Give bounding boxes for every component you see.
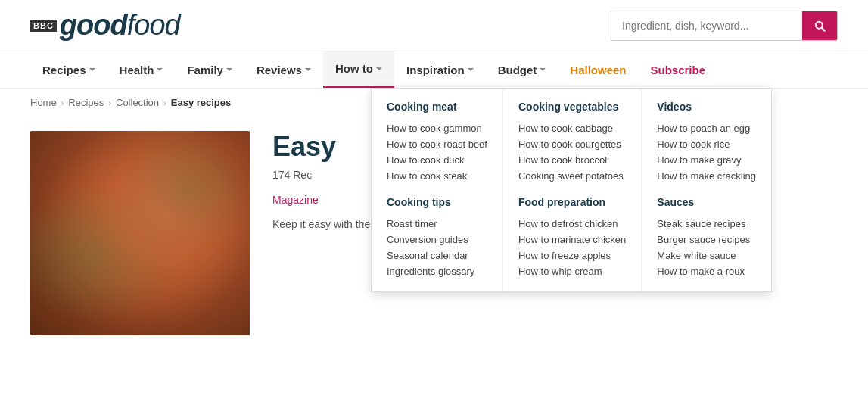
breadcrumb-separator: › (108, 98, 111, 107)
dropdown-link[interactable]: How to cook courgettes (518, 136, 626, 152)
dropdown-col-1: Cooking meat How to cook gammon How to c… (372, 89, 503, 291)
dropdown-link[interactable]: How to freeze apples (518, 248, 626, 263)
nav-item-family[interactable]: Family (175, 53, 244, 87)
breadcrumb-current: Easy recipes (171, 97, 232, 108)
nav-item-recipes[interactable]: Recipes (30, 53, 107, 87)
bbc-logo: BBC (30, 20, 57, 32)
dropdown-link[interactable]: Seasonal calendar (387, 248, 487, 263)
dropdown-link[interactable]: How to marinate chicken (518, 232, 626, 248)
howto-dropdown-menu: Cooking meat How to cook gammon How to c… (371, 88, 772, 292)
dropdown-section-videos: Videos (657, 101, 756, 113)
dropdown-link[interactable]: Burger sauce recipes (657, 232, 756, 248)
nav-item-subscribe[interactable]: Subscribe (639, 53, 718, 87)
dropdown-link[interactable]: How to cook steak (387, 168, 487, 184)
chevron-down-icon (540, 68, 546, 74)
dropdown-link[interactable]: How to make a roux (657, 263, 756, 279)
main-nav: Recipes Health Family Reviews How to Ins… (0, 51, 868, 89)
breadcrumb-separator: › (163, 98, 166, 107)
dropdown-link[interactable]: How to cook roast beef (387, 136, 487, 152)
chevron-down-icon (376, 67, 382, 73)
nav-item-reviews[interactable]: Reviews (244, 53, 323, 87)
dropdown-col-2: Cooking vegetables How to cook cabbage H… (503, 89, 642, 291)
food-image-overlay (30, 131, 250, 335)
dropdown-section-food-prep: Food preparation (518, 196, 626, 208)
dropdown-link[interactable]: Roast timer (387, 216, 487, 232)
search-button[interactable] (802, 11, 837, 40)
nav-item-inspiration[interactable]: Inspiration (394, 53, 486, 87)
breadcrumb-home[interactable]: Home (30, 97, 57, 108)
food-image-inner (30, 131, 250, 335)
dropdown-link[interactable]: Ingredients glossary (387, 263, 487, 279)
breadcrumb-collection[interactable]: Collection (116, 97, 159, 108)
nav-item-halloween[interactable]: Halloween (558, 53, 638, 87)
dropdown-link[interactable]: How to cook duck (387, 152, 487, 168)
breadcrumb-separator: › (61, 98, 64, 107)
search-bar (611, 11, 838, 41)
dropdown-link[interactable]: How to poach an egg (657, 120, 756, 136)
dropdown-link[interactable]: How to make gravy (657, 152, 756, 168)
dropdown-link[interactable]: How to whip cream (518, 263, 626, 279)
dropdown-link[interactable]: How to cook rice (657, 136, 756, 152)
site-header: BBC goodfood (0, 0, 868, 51)
nav-item-budget[interactable]: Budget (486, 53, 558, 87)
chevron-down-icon (157, 68, 163, 74)
dropdown-link[interactable]: Conversion guides (387, 232, 487, 248)
search-input[interactable] (611, 12, 802, 39)
dropdown-link[interactable]: How to cook gammon (387, 120, 487, 136)
dropdown-link[interactable]: How to cook broccoli (518, 152, 626, 168)
chevron-down-icon (226, 68, 232, 74)
dropdown-section-cooking-veg: Cooking vegetables (518, 101, 626, 113)
dropdown-link[interactable]: How to defrost chicken (518, 216, 626, 232)
dropdown-section-sauces: Sauces (657, 196, 756, 208)
search-icon (813, 19, 826, 33)
dropdown-link[interactable]: How to cook cabbage (518, 120, 626, 136)
nav-item-howto[interactable]: How to (323, 51, 394, 88)
logo-area: BBC goodfood (30, 9, 180, 42)
nav-item-health[interactable]: Health (107, 53, 176, 87)
dropdown-section-cooking-tips: Cooking tips (387, 196, 487, 208)
dropdown-section-cooking-meat: Cooking meat (387, 101, 487, 113)
dropdown-link[interactable]: Make white sauce (657, 248, 756, 263)
magazine-link[interactable]: Magazine (272, 194, 319, 206)
dropdown-col-3: Videos How to poach an egg How to cook r… (642, 89, 771, 291)
article-image (30, 131, 250, 335)
dropdown-link[interactable]: Cooking sweet potatoes (518, 168, 626, 184)
chevron-down-icon (468, 68, 474, 74)
chevron-down-icon (89, 68, 95, 74)
chevron-down-icon (305, 68, 311, 74)
dropdown-link[interactable]: Steak sauce recipes (657, 216, 756, 232)
goodfood-logo: goodfood (60, 9, 180, 42)
breadcrumb-recipes[interactable]: Recipes (68, 97, 104, 108)
dropdown-link[interactable]: How to make crackling (657, 168, 756, 184)
